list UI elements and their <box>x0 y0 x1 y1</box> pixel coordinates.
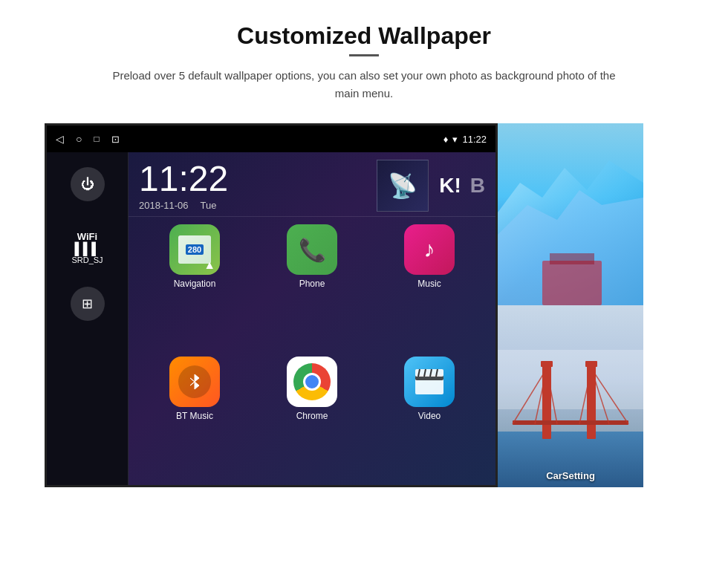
phone-shape: 📞 <box>299 237 326 263</box>
bt-circle <box>178 365 211 398</box>
chrome-icon-container <box>287 357 337 407</box>
svg-rect-16 <box>587 365 596 439</box>
clock-time: 11:22 <box>139 161 228 197</box>
page-title: Customized Wallpaper <box>237 22 491 50</box>
radio-icon: 📡 <box>388 172 417 200</box>
app-grid: 280 ▲ Navigation 📞 Phone <box>129 217 495 487</box>
svg-rect-10 <box>542 261 602 305</box>
music-label: Music <box>417 279 441 289</box>
navigation-label: Navigation <box>174 279 216 289</box>
app-navigation[interactable]: 280 ▲ Navigation <box>139 224 250 351</box>
bridge-svg <box>498 305 643 487</box>
status-time: 11:22 <box>462 134 487 145</box>
clock-area: 11:22 2018-11-06 Tue 📡 K! <box>129 152 495 217</box>
status-bar: ◁ ○ □ ⊡ ♦ ▾ 11:22 <box>47 126 495 152</box>
app-btmusic[interactable]: BT Music <box>139 357 250 483</box>
power-icon: ⏻ <box>81 177 94 192</box>
title-divider <box>349 54 379 56</box>
clock-day: Tue <box>201 200 217 211</box>
clock-date-value: 2018-11-06 <box>139 200 189 211</box>
clock-date: 2018-11-06 Tue <box>139 200 228 211</box>
widget-area: 📡 K! B <box>377 160 485 212</box>
chrome-label: Chrome <box>296 411 328 421</box>
ice-bg <box>498 123 643 305</box>
app-video[interactable]: Video <box>374 357 485 483</box>
wifi-ssid: SRD_SJ <box>71 256 103 264</box>
page-subtitle: Preload over 5 default wallpaper options… <box>111 67 617 102</box>
wifi-info: WiFi ▌▌▌ SRD_SJ <box>71 231 103 264</box>
grid-button[interactable]: ⊞ <box>71 287 105 321</box>
grid-icon: ⊞ <box>82 296 93 312</box>
screen-main: 11:22 2018-11-06 Tue 📡 K! <box>129 152 495 487</box>
power-button[interactable]: ⏻ <box>71 167 105 201</box>
btmusic-label: BT Music <box>176 411 213 421</box>
status-bar-right: ♦ ▾ 11:22 <box>443 134 487 145</box>
wallpaper-bridge[interactable]: CarSetting <box>498 305 643 487</box>
app-music[interactable]: ♪ Music <box>374 224 485 351</box>
video-icon <box>404 357 455 407</box>
radio-widget[interactable]: 📡 <box>377 160 429 212</box>
navigation-icon: 280 ▲ <box>169 224 220 275</box>
app-phone[interactable]: 📞 Phone <box>256 224 368 351</box>
phone-icon: 📞 <box>287 224 337 275</box>
btmusic-icon <box>169 357 220 407</box>
chrome-inner-circle <box>303 373 321 391</box>
wallpaper-previews: CarSetting <box>498 123 643 487</box>
svg-rect-11 <box>550 253 594 264</box>
clock-left: 11:22 2018-11-06 Tue <box>139 161 228 211</box>
nav-back-icon[interactable]: ◁ <box>56 133 64 145</box>
svg-rect-13 <box>498 350 643 409</box>
svg-rect-17 <box>513 420 628 425</box>
nav-photo-icon[interactable]: ⊡ <box>111 134 120 145</box>
android-screen: ◁ ○ □ ⊡ ♦ ▾ 11:22 ⏻ WiFi ▌▌▌ SRD_ <box>45 123 498 487</box>
wallpaper-ice-cave[interactable] <box>498 123 643 305</box>
phone-label: Phone <box>299 279 325 289</box>
chrome-outer-ring <box>293 363 331 400</box>
svg-rect-25 <box>585 361 597 367</box>
carsetting-label: CarSetting <box>498 470 643 481</box>
music-icon: ♪ <box>404 224 455 275</box>
nav-square-icon[interactable]: □ <box>94 134 99 144</box>
app-chrome[interactable]: Chrome <box>256 357 368 483</box>
wifi-title: WiFi <box>77 231 97 242</box>
screen-body: ⏻ WiFi ▌▌▌ SRD_SJ ⊞ 11:22 <box>47 152 495 487</box>
status-bar-left: ◁ ○ □ ⊡ <box>56 133 120 145</box>
svg-rect-15 <box>542 365 551 439</box>
video-label: Video <box>418 411 441 421</box>
clapperboard-icon <box>414 368 445 396</box>
main-content: ◁ ○ □ ⊡ ♦ ▾ 11:22 ⏻ WiFi ▌▌▌ SRD_ <box>45 123 683 487</box>
svg-rect-24 <box>541 361 553 367</box>
left-sidebar: ⏻ WiFi ▌▌▌ SRD_SJ ⊞ <box>47 152 129 487</box>
bluetooth-icon <box>184 371 205 392</box>
b-widget[interactable]: B <box>470 174 485 198</box>
ice-cave-svg <box>498 123 643 305</box>
wifi-signal-icon: ▌▌▌ <box>74 242 100 256</box>
nav-home-icon[interactable]: ○ <box>76 133 82 145</box>
music-note-icon: ♪ <box>424 237 435 262</box>
music-widget[interactable]: K! <box>439 174 461 198</box>
location-icon: ♦ <box>443 134 449 145</box>
bridge-scene <box>498 305 643 487</box>
wifi-icon: ▾ <box>452 134 458 145</box>
